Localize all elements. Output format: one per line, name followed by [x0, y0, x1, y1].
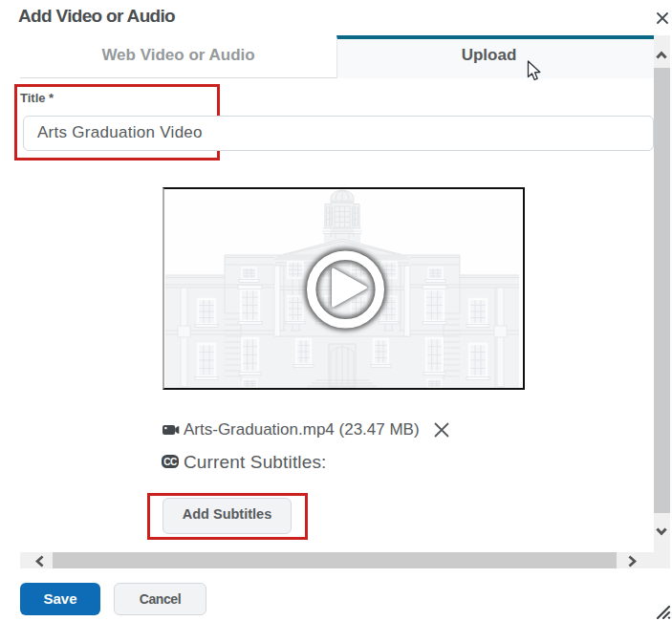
svg-text:CC: CC: [163, 457, 177, 467]
